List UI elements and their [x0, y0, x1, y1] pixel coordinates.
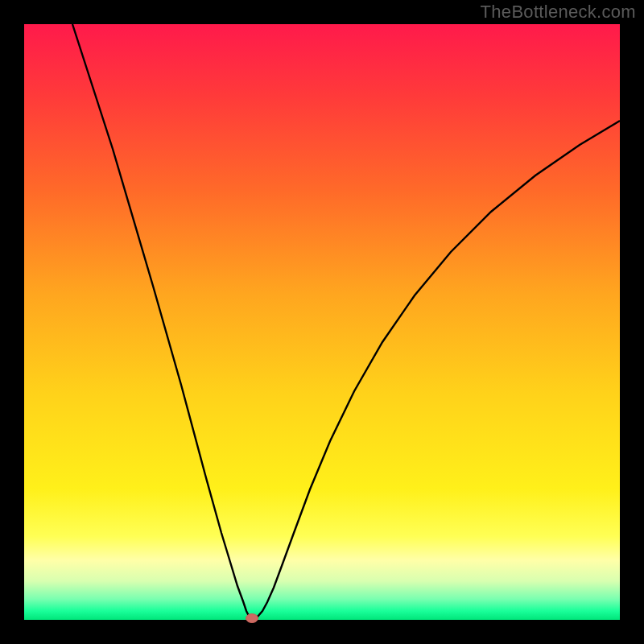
chart-frame: TheBottleneck.com — [0, 0, 644, 644]
plot-background — [24, 24, 620, 620]
minimum-marker — [246, 614, 258, 623]
chart-svg — [0, 0, 644, 644]
